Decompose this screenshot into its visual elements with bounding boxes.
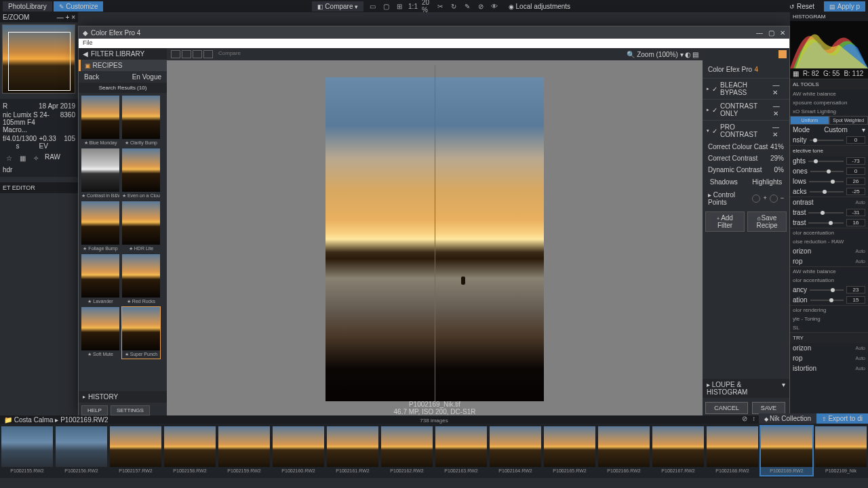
fit-icon[interactable]: ▢ <box>381 1 391 11</box>
cancel-button[interactable]: CANCEL <box>705 402 748 414</box>
film-thumb[interactable]: P1002155.RW2 <box>1 426 53 475</box>
add-filter-button[interactable]: + Add Filter <box>705 211 745 232</box>
customize-tab[interactable]: ✎ Customize <box>54 1 104 12</box>
export-button[interactable]: ⇪ Export to di <box>816 413 868 424</box>
mode-row[interactable]: ModeCustom▾ <box>790 125 868 135</box>
add-control-point-icon[interactable] <box>752 195 760 203</box>
filter-library-header[interactable]: ◀FILTER LIBRARY <box>79 48 167 60</box>
preview-canvas[interactable]: P1002169_Nik.tif46.7 MP, ISO 200, DC-S1R <box>167 60 703 418</box>
filter-off-icon[interactable]: ⊘ <box>740 413 749 423</box>
repair-icon[interactable]: ⊘ <box>476 1 486 11</box>
back-link[interactable]: Back <box>84 73 99 81</box>
preset-editor-header[interactable]: ET EDITOR <box>0 182 78 193</box>
recipe-thumb[interactable]: ★ Super Punch <box>122 307 160 359</box>
nik-collection-button[interactable]: ◆ Nik Collection <box>759 413 816 424</box>
view-split-icon[interactable] <box>182 50 191 58</box>
wand-icon[interactable]: ✧ <box>31 153 41 163</box>
minimize-icon[interactable]: — <box>756 29 763 37</box>
slider-contrast[interactable]: Correct Contrast29% <box>703 152 789 164</box>
film-thumb[interactable]: P1002166.RW2 <box>598 426 650 475</box>
view-compare-icon[interactable] <box>203 50 213 58</box>
zoom-navigator[interactable] <box>2 24 75 94</box>
file-menu[interactable]: File <box>83 39 93 46</box>
selective-tone-header[interactable]: elective tone <box>790 146 868 156</box>
slider-dynamic[interactable]: Dynamic Contrast0% <box>703 164 789 176</box>
grid-icon[interactable]: ⊞ <box>395 1 404 11</box>
remove-control-point-icon[interactable] <box>770 195 778 203</box>
highlights-slider[interactable]: ghts <box>790 156 868 166</box>
wb-icon[interactable]: ✎ <box>462 1 472 11</box>
exposure-row[interactable]: xposure compensation <box>790 98 868 107</box>
save-button[interactable]: SAVE <box>752 402 785 414</box>
film-thumb[interactable]: P1002156.RW2 <box>56 426 107 475</box>
recipe-thumb[interactable]: ★ Lavander <box>81 254 119 306</box>
breadcrumb[interactable]: 📁 Costa Calma ▸ P1002169.RW2 <box>4 416 108 424</box>
crop2-row[interactable]: ropAuto <box>790 353 868 363</box>
film-thumb[interactable]: P1002167.RW2 <box>652 426 704 475</box>
local-adjustments-button[interactable]: ◉ Local adjustments <box>503 1 576 12</box>
settings-button[interactable]: SETTINGS <box>111 405 150 415</box>
film-thumb[interactable]: P1002157.RW2 <box>110 426 161 475</box>
recipe-thumb[interactable]: ★ HDR Lite <box>122 201 160 253</box>
lighting-mode-segment[interactable]: Uniform Spot Weighted <box>790 116 868 125</box>
loupe-histogram-header[interactable]: ▸ LOUPE & HISTOGRAM▾ <box>703 379 789 398</box>
horizon-row[interactable]: orizonAuto <box>790 246 868 256</box>
vibrancy-slider[interactable]: ancy <box>790 285 868 295</box>
filter-bleach-bypass[interactable]: ▸✓BLEACH BYPASS— ✕ <box>703 78 789 99</box>
film-thumb[interactable]: P1002160.RW2 <box>273 426 324 475</box>
uniform-button[interactable]: Uniform <box>790 116 829 125</box>
fit-label[interactable]: 1:1 <box>408 1 418 11</box>
preview-zoom[interactable]: 🔍 Zoom (100%) ▾ <box>627 51 683 58</box>
noise-row[interactable]: oise reduction - RAW <box>790 237 868 246</box>
eye-icon[interactable]: 👁 <box>490 1 499 11</box>
recipes-header[interactable]: ▣ RECIPES <box>79 60 167 71</box>
filter-contrast-only[interactable]: ▸✓CONTRAST ONLY— ✕ <box>703 99 789 120</box>
film-thumb[interactable]: P1002169.RW2 <box>761 426 812 475</box>
maximize-icon[interactable]: ▢ <box>768 29 774 37</box>
back-arrow-icon[interactable]: ◀ <box>83 50 88 58</box>
rendering-row[interactable]: olor rendering <box>790 306 868 314</box>
wb2-row[interactable]: AW white balance <box>790 267 868 276</box>
filmstrip[interactable]: P1002155.RW2P1002156.RW2P1002157.RW2P100… <box>0 424 868 478</box>
plugin-titlebar[interactable]: ◆Color Efex Pro 4 — ▢ ✕ <box>79 26 789 39</box>
crop-icon[interactable]: ✂ <box>435 1 445 11</box>
film-thumb[interactable]: P1002164.RW2 <box>490 426 541 475</box>
slider-colour-cast[interactable]: Correct Colour Cast41% <box>703 141 789 152</box>
intensity-slider[interactable]: nsity <box>790 135 868 145</box>
recipe-thumb[interactable]: ★ Contrast in B&W <box>81 148 119 200</box>
essential-tools-header[interactable]: AL TOOLS <box>790 79 868 89</box>
grid-tool-icon[interactable]: ▦ <box>18 153 27 163</box>
panel-controls[interactable]: — + × <box>57 14 75 21</box>
film-thumb[interactable]: P1002161.RW2 <box>327 426 378 475</box>
reset-button[interactable]: ↺ Reset <box>784 1 820 12</box>
recipe-thumb[interactable]: ★ Clarity Bump <box>122 96 160 147</box>
film-thumb[interactable]: P1002165.RW2 <box>544 426 595 475</box>
compare-dropdown[interactable]: ◧ Compare ▾ <box>312 1 363 12</box>
crop-row[interactable]: ropAuto <box>790 256 868 266</box>
midtones-slider[interactable]: ones <box>790 166 868 176</box>
save-recipe-button[interactable]: ⎙ Save Recipe <box>747 211 787 232</box>
close-icon[interactable]: ✕ <box>780 29 785 37</box>
recipe-thumb[interactable]: ★ Foliage Bump <box>81 201 119 253</box>
hsl-row[interactable]: SL <box>790 323 868 332</box>
accent2-row[interactable]: olor accentuation <box>790 276 868 285</box>
film-thumb[interactable]: P1002159.RW2 <box>218 426 270 475</box>
accent-row[interactable]: olor accentuation <box>790 228 868 237</box>
rating-icon[interactable]: ☆ <box>4 153 14 163</box>
spot-weighted-button[interactable]: Spot Weighted <box>829 116 869 125</box>
contrast-slider[interactable]: trast <box>790 207 868 218</box>
saturation-slider[interactable]: ation <box>790 295 868 305</box>
panel-toggle-icon[interactable]: ▤ <box>692 51 698 58</box>
contrast-header[interactable]: ontrastAuto <box>790 197 868 207</box>
recipe-thumb[interactable]: ★ Blue Monday <box>81 96 119 147</box>
view-side-icon[interactable] <box>193 50 202 58</box>
film-thumb[interactable]: P1002168.RW2 <box>707 426 758 475</box>
histogram-header[interactable]: HISTOGRAM <box>790 12 868 21</box>
recipe-thumb[interactable]: ★ Soft Mute <box>81 307 119 359</box>
single-view-icon[interactable]: ▭ <box>368 1 377 11</box>
rotate-icon[interactable]: ↻ <box>449 1 458 11</box>
apply-preset-button[interactable]: ▤ Apply p <box>824 1 865 12</box>
film-thumb[interactable]: P1002169_Nik <box>815 426 867 475</box>
film-thumb[interactable]: P1002162.RW2 <box>381 426 433 475</box>
help-button[interactable]: HELP <box>81 405 108 415</box>
